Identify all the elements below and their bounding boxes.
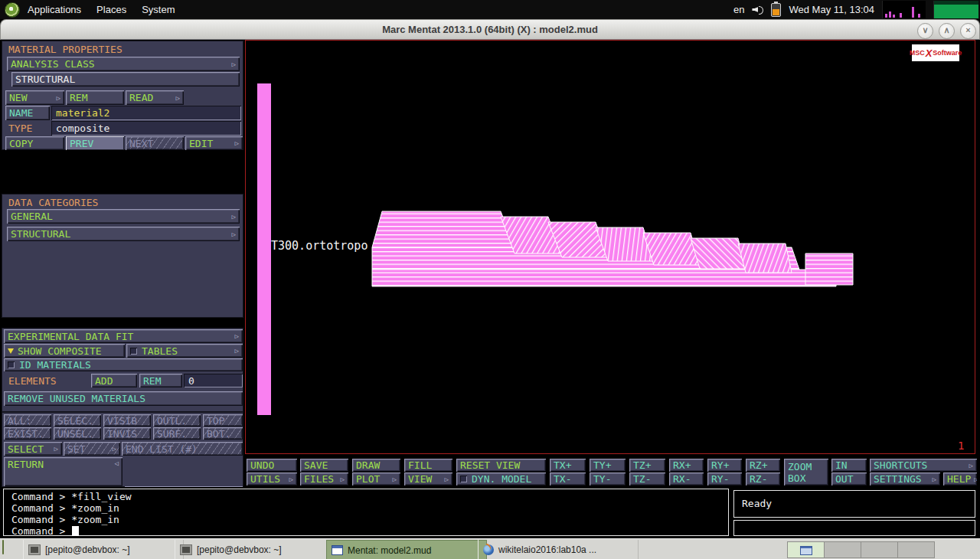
select-surf-button: SURF. bbox=[153, 427, 201, 440]
zoom-out-button[interactable]: OUT bbox=[831, 472, 867, 485]
workspace-2[interactable] bbox=[824, 541, 861, 558]
files-button[interactable]: FILES▷ bbox=[300, 472, 348, 485]
battery-icon[interactable] bbox=[771, 3, 781, 17]
workspace-1[interactable] bbox=[787, 541, 825, 558]
category-general-button[interactable]: GENERAL▷ bbox=[7, 209, 240, 224]
cpu-monitor-applet[interactable] bbox=[933, 1, 978, 18]
select-button[interactable]: SELECT▷ bbox=[4, 442, 62, 456]
main-toolbar: UNDO SAVE DRAW FILL RESET VIEW TX+ TY+ T… bbox=[245, 457, 980, 487]
ty-plus-button[interactable]: TY+ bbox=[590, 459, 626, 472]
tables-button[interactable]: TABLES▷ bbox=[126, 344, 243, 358]
analysis-class-button[interactable]: ANALYSIS CLASS▷ bbox=[7, 57, 240, 71]
menu-applications[interactable]: Applications bbox=[20, 0, 89, 19]
menu-arrow-icon: ▷ bbox=[929, 476, 936, 483]
close-button[interactable]: × bbox=[960, 23, 976, 39]
desktop-menubar: Applications Places System en Wed May 11… bbox=[0, 0, 980, 19]
menu-arrow-icon: ▷ bbox=[966, 462, 973, 469]
reset-view-button[interactable]: RESET VIEW bbox=[456, 459, 546, 472]
selection-panel: ALL: SELEC. VISIB OUTL. TOP EXIST. UNSEL… bbox=[2, 412, 243, 487]
edit-button[interactable]: EDIT▷ bbox=[185, 136, 243, 150]
system-monitor-applet[interactable] bbox=[882, 1, 926, 18]
msc-x-icon: X bbox=[926, 47, 933, 59]
rx-plus-button[interactable]: RX+ bbox=[669, 459, 704, 472]
save-button[interactable]: SAVE bbox=[300, 459, 348, 472]
shortcuts-button[interactable]: SHORTCUTS▷ bbox=[870, 459, 977, 472]
type-label: TYPE bbox=[8, 123, 32, 134]
select-outl-button: OUTL. bbox=[153, 414, 201, 427]
task-browser[interactable]: wikitelaio2016:lab10a ... bbox=[478, 540, 639, 559]
settings-button[interactable]: SETTINGS▷ bbox=[870, 472, 940, 485]
tz-minus-button[interactable]: TZ- bbox=[629, 472, 665, 485]
menu-arrow-icon: ▷ bbox=[229, 213, 236, 221]
ry-minus-button[interactable]: RY- bbox=[707, 472, 742, 485]
workspace-4[interactable] bbox=[897, 541, 935, 558]
elements-add-button[interactable]: ADD bbox=[91, 374, 137, 387]
show-composite-toggle[interactable]: SHOW COMPOSITE bbox=[4, 344, 125, 358]
draw-button[interactable]: DRAW bbox=[352, 459, 400, 472]
view-button[interactable]: VIEW▷ bbox=[404, 472, 452, 485]
checkbox-icon bbox=[8, 361, 15, 368]
remove-unused-materials-button[interactable]: REMOVE UNUSED MATERIALS bbox=[4, 391, 243, 406]
menu-arrow-icon: ▷ bbox=[338, 476, 345, 483]
window-titlebar[interactable]: Marc Mentat 2013.1.0 (64bit) (X) : model… bbox=[0, 19, 980, 40]
menu-arrow-icon: ▷ bbox=[229, 230, 236, 238]
copy-button[interactable]: COPY bbox=[5, 136, 64, 150]
dyn-model-toggle[interactable]: DYN. MODEL bbox=[456, 472, 546, 485]
distro-logo-icon[interactable] bbox=[5, 2, 20, 18]
name-button[interactable]: NAME bbox=[5, 106, 50, 120]
remove-material-button[interactable]: REM bbox=[66, 90, 124, 105]
utils-button[interactable]: UTILS▷ bbox=[247, 472, 297, 485]
tx-minus-button[interactable]: TX- bbox=[550, 472, 586, 485]
elements-count-field[interactable]: 0 bbox=[184, 374, 243, 387]
zoom-in-button[interactable]: IN bbox=[831, 459, 867, 472]
tx-plus-button[interactable]: TX+ bbox=[550, 459, 586, 472]
ry-plus-button[interactable]: RY+ bbox=[707, 459, 742, 472]
workspace-3[interactable] bbox=[861, 541, 898, 558]
panel-title: DATA CATEGORIES bbox=[8, 197, 98, 208]
maximize-button[interactable]: ∧ bbox=[939, 23, 955, 39]
task-terminal-2[interactable]: [pepito@debvbox: ~] bbox=[175, 540, 335, 559]
plot-button[interactable]: PLOT▷ bbox=[352, 472, 400, 485]
prev-button[interactable]: PREV bbox=[66, 136, 124, 150]
menu-system[interactable]: System bbox=[134, 0, 182, 19]
return-button[interactable]: RETURN◁ bbox=[4, 457, 122, 486]
undo-button[interactable]: UNDO bbox=[247, 459, 297, 472]
command-console[interactable]: Command > *fill_view Command > *zoom_in … bbox=[3, 489, 729, 536]
zoom-box-button[interactable]: ZOOMBOX bbox=[784, 459, 828, 485]
new-material-button[interactable]: NEW▷ bbox=[5, 90, 64, 105]
tz-plus-button[interactable]: TZ+ bbox=[629, 459, 665, 472]
show-desktop-icon[interactable] bbox=[2, 540, 4, 554]
clock[interactable]: Wed May 11, 13:04 bbox=[789, 4, 874, 15]
task-terminal-1[interactable]: [pepito@debvbox: ~] bbox=[23, 540, 184, 559]
minimize-button[interactable]: ∨ bbox=[917, 23, 933, 39]
material-name-field[interactable]: material2 bbox=[51, 106, 241, 120]
window-title: Marc Mentat 2013.1.0 (64bit) (X) : model… bbox=[382, 24, 598, 35]
ty-minus-button[interactable]: TY- bbox=[590, 472, 626, 485]
fill-button[interactable]: FILL bbox=[404, 459, 452, 472]
keyboard-layout-indicator[interactable]: en bbox=[733, 4, 744, 15]
category-structural-button[interactable]: STRUCTURAL▷ bbox=[7, 227, 240, 241]
terminal-icon bbox=[28, 544, 41, 555]
analysis-class-value-button[interactable]: STRUCTURAL bbox=[11, 72, 240, 87]
screen: Applications Places System en Wed May 11… bbox=[0, 0, 980, 559]
rx-minus-button[interactable]: RX- bbox=[669, 472, 704, 485]
menu-arrow-icon: ▷ bbox=[229, 60, 236, 68]
experimental-data-fit-button[interactable]: EXPERIMENTAL DATA FIT▷ bbox=[4, 329, 243, 343]
menu-places[interactable]: Places bbox=[89, 0, 134, 19]
rz-minus-button[interactable]: RZ- bbox=[746, 472, 780, 485]
message-box bbox=[733, 520, 975, 536]
rz-plus-button[interactable]: RZ+ bbox=[746, 459, 780, 472]
menu-arrow-icon: ▷ bbox=[173, 94, 180, 102]
select-selec-button: SELEC. bbox=[54, 414, 101, 427]
volume-icon[interactable] bbox=[752, 5, 763, 15]
task-mentat[interactable]: Mentat: model2.mud bbox=[326, 540, 487, 559]
id-materials-toggle[interactable]: ID MATERIALS bbox=[4, 358, 243, 371]
help-button[interactable]: HELP▷ bbox=[943, 472, 977, 485]
panel-title: MATERIAL PROPERTIES bbox=[8, 44, 122, 55]
window-icon bbox=[332, 545, 343, 555]
graphics-viewport[interactable]: T300.ortotropo MSC X Software 1 bbox=[245, 40, 975, 454]
menu-arrow-icon: ▷ bbox=[54, 94, 60, 102]
elements-rem-button[interactable]: REM bbox=[139, 374, 182, 387]
read-material-button[interactable]: READ▷ bbox=[126, 90, 184, 105]
select-visib-button: VISIB bbox=[103, 414, 151, 427]
